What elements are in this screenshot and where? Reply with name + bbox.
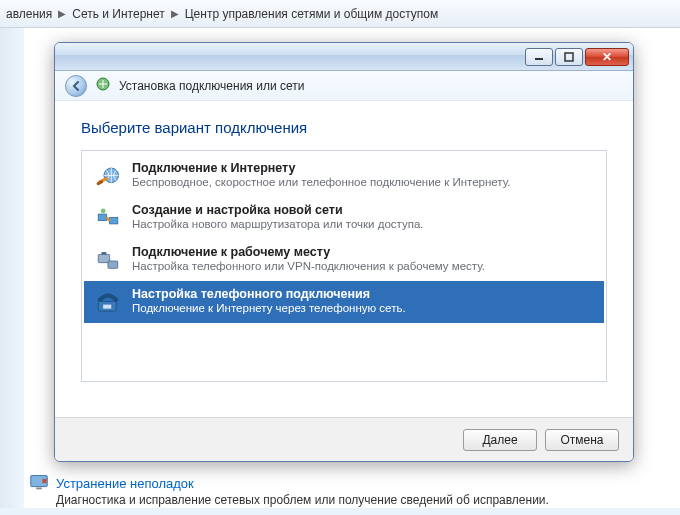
option-desc: Настройка телефонного или VPN-подключени… — [132, 259, 485, 273]
svg-rect-7 — [110, 217, 118, 224]
option-dialup[interactable]: Настройка телефонного подключения Подклю… — [84, 281, 604, 323]
back-button[interactable] — [65, 75, 87, 97]
option-new-network[interactable]: Создание и настройка новой сети Настройк… — [84, 197, 604, 239]
troubleshoot-link[interactable]: Устранение неполадок — [56, 476, 549, 491]
svg-rect-11 — [108, 261, 118, 268]
option-internet[interactable]: Подключение к Интернету Беспроводное, ск… — [84, 155, 604, 197]
page-heading: Выберите вариант подключения — [81, 119, 607, 136]
wizard-title: Установка подключения или сети — [119, 79, 304, 93]
briefcase-icon — [94, 247, 122, 275]
network-setup-icon — [94, 205, 122, 233]
svg-rect-1 — [36, 488, 42, 490]
breadcrumb-part[interactable]: Центр управления сетями и общим доступом — [185, 7, 439, 21]
option-workplace[interactable]: Подключение к рабочему месту Настройка т… — [84, 239, 604, 281]
svg-rect-3 — [565, 53, 573, 61]
connection-options-list[interactable]: Подключение к Интернету Беспроводное, ск… — [81, 150, 607, 382]
maximize-button[interactable] — [555, 48, 583, 66]
minimize-button[interactable] — [525, 48, 553, 66]
svg-rect-6 — [98, 214, 106, 221]
phone-icon — [94, 289, 122, 317]
wizard-header: Установка подключения или сети — [55, 71, 633, 101]
cancel-button[interactable]: Отмена — [545, 429, 619, 451]
svg-point-8 — [101, 208, 106, 213]
svg-rect-10 — [102, 252, 107, 254]
svg-rect-13 — [103, 305, 111, 309]
next-button[interactable]: Далее — [463, 429, 537, 451]
option-title: Подключение к рабочему месту — [132, 245, 485, 259]
chevron-right-icon: ▶ — [58, 8, 66, 19]
option-desc: Беспроводное, скоростное или телефонное … — [132, 175, 511, 189]
option-desc: Подключение к Интернету через телефонную… — [132, 301, 406, 315]
dialog-button-row: Далее Отмена — [55, 417, 633, 461]
troubleshoot-link-block: Устранение неполадок Диагностика и испра… — [56, 476, 549, 507]
titlebar[interactable]: ✕ — [55, 43, 633, 71]
option-desc: Настройка нового маршрутизатора или точк… — [132, 217, 424, 231]
chevron-right-icon: ▶ — [171, 8, 179, 19]
wizard-dialog: ✕ Установка подключения или сети Выберит… — [54, 42, 634, 462]
close-button[interactable]: ✕ — [585, 48, 629, 66]
sidebar — [0, 28, 24, 508]
option-title: Настройка телефонного подключения — [132, 287, 406, 301]
troubleshoot-icon — [28, 471, 50, 493]
option-title: Создание и настройка новой сети — [132, 203, 424, 217]
wizard-icon — [95, 76, 111, 96]
breadcrumb-part[interactable]: Сеть и Интернет — [72, 7, 164, 21]
globe-icon — [94, 163, 122, 191]
breadcrumb-part[interactable]: авления — [6, 7, 52, 21]
option-title: Подключение к Интернету — [132, 161, 511, 175]
troubleshoot-description: Диагностика и исправление сетевых пробле… — [56, 493, 549, 507]
breadcrumb[interactable]: авления ▶ Сеть и Интернет ▶ Центр управл… — [0, 0, 680, 28]
